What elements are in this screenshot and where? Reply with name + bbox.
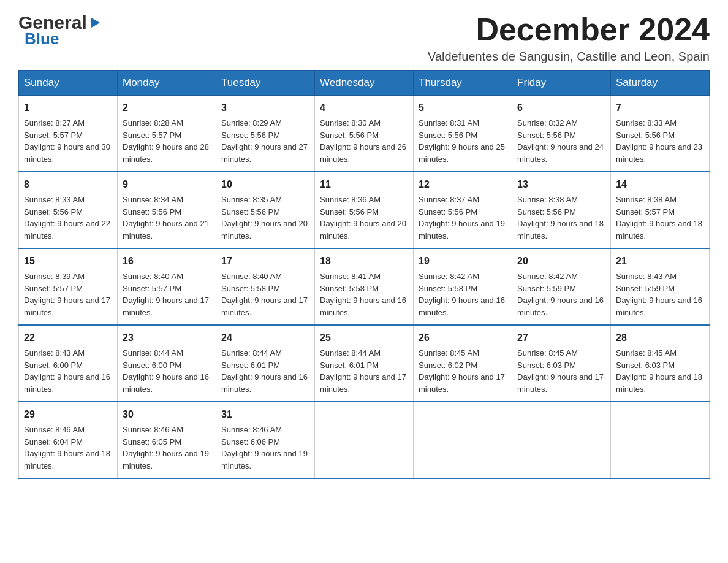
sunset-text: Sunset: 5:59 PM — [517, 283, 605, 295]
calendar-week-row: 8Sunrise: 8:33 AMSunset: 5:56 PMDaylight… — [19, 172, 710, 248]
sunset-text: Sunset: 6:01 PM — [320, 359, 408, 372]
daylight-text: Daylight: 9 hours and 16 minutes. — [24, 371, 112, 395]
calendar-cell: 21Sunrise: 8:43 AMSunset: 5:59 PMDayligh… — [611, 248, 710, 325]
day-number: 9 — [123, 177, 211, 192]
calendar-cell: 11Sunrise: 8:36 AMSunset: 5:56 PMDayligh… — [315, 172, 414, 248]
day-number: 1 — [24, 101, 112, 115]
daylight-text: Daylight: 9 hours and 17 minutes. — [221, 294, 309, 318]
sunrise-text: Sunrise: 8:30 AM — [320, 117, 408, 129]
sunrise-text: Sunrise: 8:45 AM — [517, 347, 605, 359]
calendar-cell: 24Sunrise: 8:44 AMSunset: 6:01 PMDayligh… — [216, 325, 315, 402]
sunset-text: Sunset: 5:59 PM — [616, 283, 704, 295]
calendar-cell: 14Sunrise: 8:38 AMSunset: 5:57 PMDayligh… — [611, 172, 710, 248]
sunrise-text: Sunrise: 8:44 AM — [221, 347, 309, 359]
location-subtitle: Valdefuentes de Sangusin, Castille and L… — [428, 50, 710, 64]
month-year-title: December 2024 — [428, 12, 710, 47]
day-number: 6 — [517, 101, 605, 115]
sunset-text: Sunset: 5:56 PM — [24, 206, 112, 218]
day-number: 5 — [419, 101, 507, 115]
calendar-cell: 23Sunrise: 8:44 AMSunset: 6:00 PMDayligh… — [118, 325, 216, 402]
sunrise-text: Sunrise: 8:35 AM — [221, 194, 309, 206]
calendar-cell: 19Sunrise: 8:42 AMSunset: 5:58 PMDayligh… — [414, 248, 512, 325]
column-header-tuesday: Tuesday — [216, 71, 315, 96]
day-number: 8 — [24, 177, 112, 192]
daylight-text: Daylight: 9 hours and 16 minutes. — [517, 294, 605, 318]
daylight-text: Daylight: 9 hours and 17 minutes. — [24, 294, 112, 318]
sunset-text: Sunset: 5:56 PM — [221, 129, 309, 142]
day-number: 30 — [123, 407, 211, 422]
calendar-header-row: SundayMondayTuesdayWednesdayThursdayFrid… — [19, 71, 710, 96]
sunset-text: Sunset: 5:56 PM — [320, 129, 408, 142]
sunset-text: Sunset: 5:56 PM — [221, 206, 309, 218]
sunset-text: Sunset: 6:04 PM — [24, 436, 112, 448]
calendar-cell: 31Sunrise: 8:46 AMSunset: 6:06 PMDayligh… — [216, 402, 315, 478]
calendar-cell — [611, 402, 710, 478]
day-number: 12 — [419, 177, 507, 192]
sunrise-text: Sunrise: 8:42 AM — [517, 270, 605, 283]
calendar-cell: 26Sunrise: 8:45 AMSunset: 6:02 PMDayligh… — [414, 325, 512, 402]
calendar-cell — [315, 402, 414, 478]
column-header-friday: Friday — [512, 71, 611, 96]
sunrise-text: Sunrise: 8:45 AM — [419, 347, 507, 359]
calendar-cell: 15Sunrise: 8:39 AMSunset: 5:57 PMDayligh… — [19, 248, 118, 325]
calendar-week-row: 29Sunrise: 8:46 AMSunset: 6:04 PMDayligh… — [19, 402, 710, 478]
sunset-text: Sunset: 5:57 PM — [616, 206, 704, 218]
sunrise-text: Sunrise: 8:46 AM — [24, 424, 112, 436]
sunrise-text: Sunrise: 8:44 AM — [320, 347, 408, 359]
sunrise-text: Sunrise: 8:38 AM — [616, 194, 704, 206]
calendar-cell: 8Sunrise: 8:33 AMSunset: 5:56 PMDaylight… — [19, 172, 118, 248]
daylight-text: Daylight: 9 hours and 19 minutes. — [419, 218, 507, 242]
day-number: 18 — [320, 254, 408, 269]
calendar-table: SundayMondayTuesdayWednesdayThursdayFrid… — [18, 70, 710, 479]
title-section: December 2024 Valdefuentes de Sangusin, … — [428, 12, 710, 64]
day-number: 21 — [616, 254, 704, 269]
calendar-cell: 10Sunrise: 8:35 AMSunset: 5:56 PMDayligh… — [216, 172, 315, 248]
calendar-cell: 25Sunrise: 8:44 AMSunset: 6:01 PMDayligh… — [315, 325, 414, 402]
sunrise-text: Sunrise: 8:32 AM — [517, 117, 605, 129]
calendar-cell: 28Sunrise: 8:45 AMSunset: 6:03 PMDayligh… — [611, 325, 710, 402]
calendar-cell: 9Sunrise: 8:34 AMSunset: 5:56 PMDaylight… — [118, 172, 216, 248]
calendar-cell: 3Sunrise: 8:29 AMSunset: 5:56 PMDaylight… — [216, 96, 315, 172]
daylight-text: Daylight: 9 hours and 17 minutes. — [517, 371, 605, 395]
logo-blue-text: Blue — [25, 30, 59, 48]
day-number: 13 — [517, 177, 605, 192]
day-number: 27 — [517, 331, 605, 345]
sunset-text: Sunset: 5:58 PM — [419, 283, 507, 295]
sunrise-text: Sunrise: 8:36 AM — [320, 194, 408, 206]
sunset-text: Sunset: 5:57 PM — [123, 283, 211, 295]
calendar-cell: 27Sunrise: 8:45 AMSunset: 6:03 PMDayligh… — [512, 325, 611, 402]
day-number: 11 — [320, 177, 408, 192]
daylight-text: Daylight: 9 hours and 22 minutes. — [24, 218, 112, 242]
sunset-text: Sunset: 6:00 PM — [123, 359, 211, 372]
sunrise-text: Sunrise: 8:29 AM — [221, 117, 309, 129]
daylight-text: Daylight: 9 hours and 30 minutes. — [24, 141, 112, 165]
day-number: 20 — [517, 254, 605, 269]
day-number: 3 — [221, 101, 309, 115]
day-number: 4 — [320, 101, 408, 115]
sunset-text: Sunset: 5:57 PM — [24, 283, 112, 295]
day-number: 16 — [123, 254, 211, 269]
daylight-text: Daylight: 9 hours and 17 minutes. — [419, 371, 507, 395]
sunrise-text: Sunrise: 8:39 AM — [24, 270, 112, 283]
column-header-sunday: Sunday — [19, 71, 118, 96]
daylight-text: Daylight: 9 hours and 23 minutes. — [616, 141, 704, 165]
calendar-cell: 22Sunrise: 8:43 AMSunset: 6:00 PMDayligh… — [19, 325, 118, 402]
sunrise-text: Sunrise: 8:31 AM — [419, 117, 507, 129]
calendar-cell: 1Sunrise: 8:27 AMSunset: 5:57 PMDaylight… — [19, 96, 118, 172]
sunset-text: Sunset: 6:03 PM — [616, 359, 704, 372]
svg-marker-0 — [91, 18, 100, 28]
sunrise-text: Sunrise: 8:40 AM — [123, 270, 211, 283]
day-number: 29 — [24, 407, 112, 422]
calendar-cell: 13Sunrise: 8:38 AMSunset: 5:56 PMDayligh… — [512, 172, 611, 248]
sunrise-text: Sunrise: 8:37 AM — [419, 194, 507, 206]
day-number: 19 — [419, 254, 507, 269]
day-number: 14 — [616, 177, 704, 192]
calendar-cell: 7Sunrise: 8:33 AMSunset: 5:56 PMDaylight… — [611, 96, 710, 172]
sunrise-text: Sunrise: 8:44 AM — [123, 347, 211, 359]
calendar-cell: 4Sunrise: 8:30 AMSunset: 5:56 PMDaylight… — [315, 96, 414, 172]
daylight-text: Daylight: 9 hours and 18 minutes. — [24, 448, 112, 472]
sunrise-text: Sunrise: 8:33 AM — [24, 194, 112, 206]
calendar-cell: 20Sunrise: 8:42 AMSunset: 5:59 PMDayligh… — [512, 248, 611, 325]
sunrise-text: Sunrise: 8:27 AM — [24, 117, 112, 129]
calendar-week-row: 15Sunrise: 8:39 AMSunset: 5:57 PMDayligh… — [19, 248, 710, 325]
